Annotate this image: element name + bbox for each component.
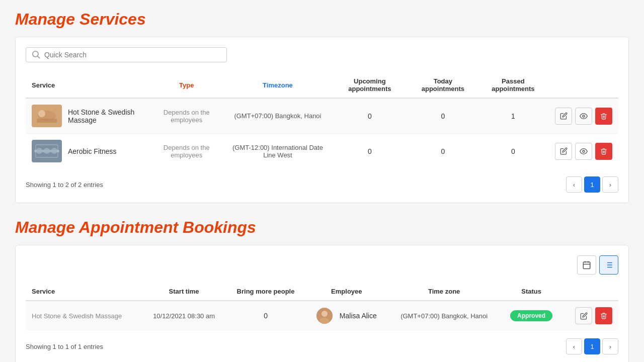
col-header-today: Today appointments	[409, 72, 477, 98]
list-view-btn[interactable]	[599, 255, 618, 275]
calendar-icon	[582, 260, 591, 269]
svg-point-11	[583, 150, 585, 152]
service-upcoming-cell: 0	[331, 98, 409, 134]
edit-service-btn[interactable]	[555, 108, 572, 125]
edit-booking-btn[interactable]	[575, 307, 592, 324]
col-header-type: Type	[148, 72, 224, 98]
bcol-header-status: Status	[501, 283, 562, 301]
booking-timezone-cell: (GMT+07:00) Bangkok, Hanoi	[388, 301, 501, 330]
service-type-cell: Depends on the employees	[148, 134, 224, 169]
booking-service-cell: Hot Stone & Swedish Massage	[26, 301, 142, 330]
bcol-header-actions	[562, 283, 618, 301]
service-actions-cell	[549, 98, 618, 134]
service-today-cell: 0	[409, 134, 477, 169]
service-type-cell: Depends on the employees	[148, 98, 224, 134]
bookings-table: Service Start time Bring more people Emp…	[26, 283, 618, 330]
search-input[interactable]	[44, 51, 220, 59]
search-wrapper	[26, 47, 227, 62]
search-icon	[32, 51, 40, 59]
service-name-cell: Aerobic Fitness	[26, 134, 148, 169]
booking-status-cell: Approved	[501, 301, 562, 330]
services-showing: Showing 1 to 2 of 2 entries	[26, 181, 103, 189]
bcol-header-service: Service	[26, 283, 142, 301]
service-upcoming-cell: 0	[331, 134, 409, 169]
trash-icon	[600, 113, 607, 120]
booking-start-cell: 10/12/2021 08:30 am	[142, 301, 226, 330]
page-title-bookings: Manage Appointment Bookings	[15, 218, 629, 237]
bookings-pagination: Showing 1 to 1 of 1 entries ‹ 1 ›	[26, 338, 618, 354]
trash-icon	[600, 312, 607, 319]
bcol-header-employee: Employee	[305, 283, 388, 301]
search-container	[26, 47, 618, 62]
bcol-header-bring: Bring more people	[226, 283, 305, 301]
service-timezone-cell: (GMT-12:00) International Date Line West	[224, 134, 331, 169]
service-name: Aerobic Fitness	[68, 147, 116, 155]
svg-rect-3	[37, 119, 57, 123]
svg-point-2	[38, 110, 45, 117]
trash-icon	[600, 148, 607, 155]
bookings-page-controls: ‹ 1 ›	[566, 338, 618, 354]
avatar-image	[316, 308, 333, 324]
svg-point-8	[44, 148, 50, 154]
col-header-service: Service	[26, 72, 148, 98]
bcol-header-start: Start time	[142, 283, 226, 301]
delete-service-btn[interactable]	[595, 108, 612, 125]
view-service-btn[interactable]	[575, 108, 592, 125]
col-header-timezone: Timezone	[224, 72, 331, 98]
page-title-services: Manage Services	[15, 10, 629, 29]
services-card: Service Type Timezone Upcoming appointme…	[15, 37, 629, 203]
bookings-page-1-btn[interactable]: 1	[584, 338, 600, 354]
service-image	[32, 140, 62, 162]
bookings-table-row: Hot Stone & Swedish Massage 10/12/2021 0…	[26, 301, 618, 330]
services-prev-btn[interactable]: ‹	[566, 176, 582, 193]
svg-point-9	[51, 148, 57, 154]
booking-actions-cell	[562, 301, 618, 330]
bookings-prev-btn[interactable]: ‹	[566, 338, 582, 354]
services-page-1-btn[interactable]: 1	[584, 176, 600, 193]
edit-icon	[580, 312, 588, 320]
eye-icon	[580, 147, 588, 155]
booking-employee-cell: Malisa Alice	[305, 301, 388, 330]
edit-icon	[560, 112, 568, 120]
svg-point-4	[583, 115, 585, 117]
booking-bring-cell: 0	[226, 301, 305, 330]
services-table-row: Hot Stone & Swedish Massage Depends on t…	[26, 98, 618, 134]
svg-point-7	[36, 148, 42, 154]
avatar	[316, 308, 333, 324]
service-name: Hot Stone & Swedish Massage	[68, 108, 142, 124]
services-table: Service Type Timezone Upcoming appointme…	[26, 72, 618, 168]
svg-rect-12	[583, 262, 590, 269]
col-header-actions	[549, 72, 618, 98]
service-image	[32, 105, 62, 127]
service-passed-cell: 0	[477, 134, 549, 169]
services-table-row: Aerobic Fitness Depends on the employees…	[26, 134, 618, 169]
eye-icon	[580, 112, 588, 120]
list-icon	[604, 260, 613, 269]
bcol-header-timezone: Time zone	[388, 283, 501, 301]
bookings-showing: Showing 1 to 1 of 1 entries	[26, 343, 103, 350]
edit-service-btn[interactable]	[555, 143, 572, 160]
bookings-card: Service Start time Bring more people Emp…	[15, 245, 629, 362]
service-today-cell: 0	[409, 98, 477, 134]
col-header-passed: Passed appointments	[477, 72, 549, 98]
svg-point-23	[321, 311, 328, 317]
services-pagination: Showing 1 to 2 of 2 entries ‹ 1 ›	[26, 176, 618, 193]
service-actions-cell	[549, 134, 618, 169]
bookings-next-btn[interactable]: ›	[602, 338, 618, 354]
employee-name: Malisa Alice	[340, 312, 377, 320]
edit-icon	[560, 147, 568, 155]
col-header-upcoming: Upcoming appointments	[331, 72, 409, 98]
delete-service-btn[interactable]	[595, 143, 612, 160]
status-badge: Approved	[510, 310, 552, 321]
services-next-btn[interactable]: ›	[602, 176, 618, 193]
service-passed-cell: 1	[477, 98, 549, 134]
view-service-btn[interactable]	[575, 143, 592, 160]
service-timezone-cell: (GMT+07:00) Bangkok, Hanoi	[224, 98, 331, 134]
services-page-controls: ‹ 1 ›	[566, 176, 618, 193]
delete-booking-btn[interactable]	[595, 307, 612, 324]
calendar-view-btn[interactable]	[577, 255, 596, 275]
service-name-cell: Hot Stone & Swedish Massage	[26, 98, 148, 134]
view-toggle	[26, 255, 618, 275]
